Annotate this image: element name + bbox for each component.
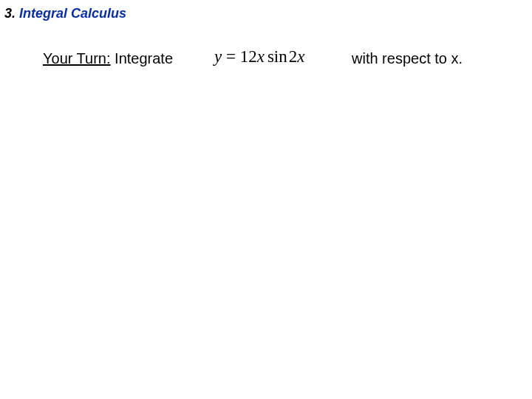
eq-func: sin [267,47,287,66]
eq-arg-var: x [297,47,304,66]
section-title: Integral Calculus [19,6,126,21]
eq-var1: x [257,47,265,66]
section-header: 3. Integral Calculus [4,6,126,21]
section-number: 3. [4,6,16,21]
your-turn-label: Your Turn: [43,50,111,66]
instruction-text: Your Turn: Integrate [43,50,173,67]
eq-coeff: 12 [240,47,257,66]
eq-equals: = [226,47,236,66]
instruction-verb: Integrate [111,50,174,66]
problem-line: Your Turn: Integrate y = 12xsin2x with r… [0,46,532,75]
equation: y = 12xsin2x [214,47,304,66]
eq-lhs: y [214,47,222,66]
suffix-text: with respect to x. [352,50,463,67]
eq-arg-coeff: 2 [289,47,298,66]
